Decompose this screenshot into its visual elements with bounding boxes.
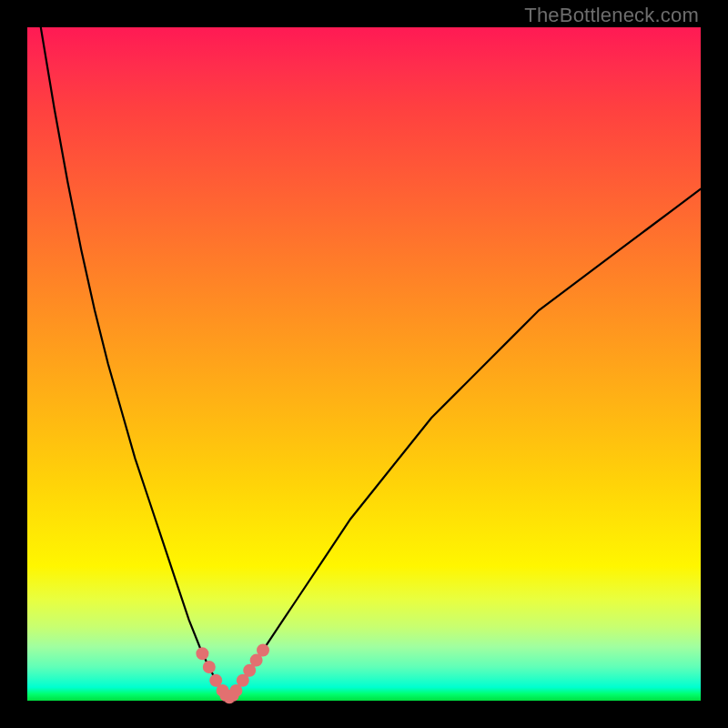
curve-left — [41, 27, 229, 697]
curve-right — [229, 189, 701, 698]
watermark-text: TheBottleneck.com — [524, 4, 699, 27]
bottleneck-chart — [27, 27, 701, 701]
